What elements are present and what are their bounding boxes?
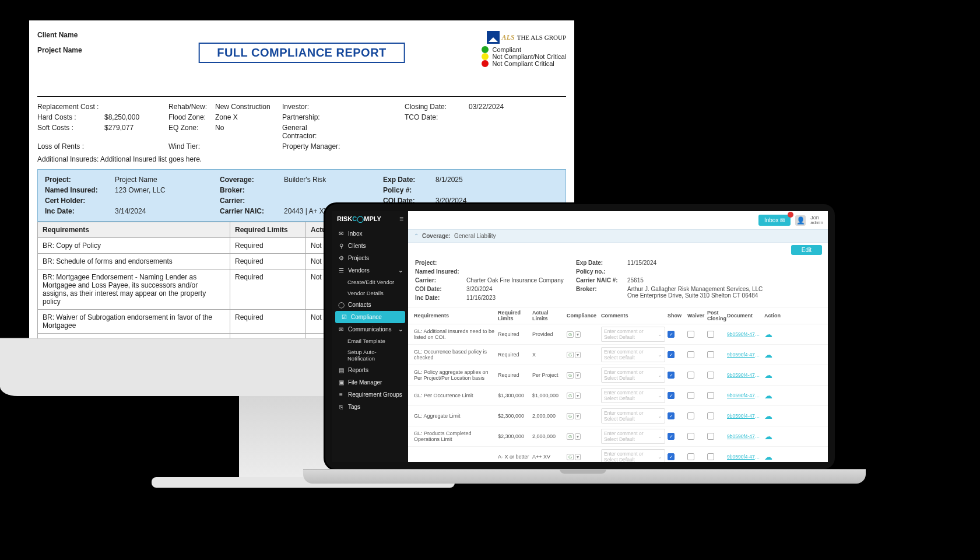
hamburger-icon[interactable]: ≡ <box>399 215 403 223</box>
investor-value <box>340 103 405 111</box>
sidebar-item-clients[interactable]: ⚲Clients <box>332 240 408 252</box>
inbox-button[interactable]: Inbox ✉ <box>758 215 791 226</box>
report-title: FULL COMPLIANCE REPORT <box>198 43 405 63</box>
cell-req: GL: Policy aggregate applies on Per Proj… <box>414 369 496 381</box>
cell-rlim: $2,300,000 <box>498 413 530 419</box>
waiver-checkbox[interactable] <box>687 351 694 358</box>
upload-icon[interactable]: ☁ <box>764 370 782 380</box>
upload-icon[interactable]: ☁ <box>764 330 782 339</box>
sidebar-sub-email-template[interactable]: Email Template <box>332 335 408 346</box>
sidebar-item-communications[interactable]: ✉Communications⌄ <box>332 323 408 335</box>
sidebar-item-file-manager[interactable]: ▣File Manager <box>332 376 408 388</box>
grid-header: Requirements Required Limits Actual Limi… <box>408 307 828 324</box>
comment-input[interactable]: Enter comment or Select Default⌄ <box>601 429 665 444</box>
sidebar-item-inbox[interactable]: ✉Inbox <box>332 228 408 240</box>
show-checkbox[interactable]: ✓ <box>668 392 675 399</box>
sidebar-item-contacts[interactable]: ◯Contacts <box>332 299 408 311</box>
compliance-pill[interactable]: G▾ <box>567 433 599 440</box>
investor-label: Investor: <box>282 103 340 111</box>
replacement-cost-label: Replacement Cost : <box>37 103 104 111</box>
post-closing-checkbox[interactable] <box>707 453 714 460</box>
sidebar-item-compliance[interactable]: ☑Compliance <box>335 311 405 323</box>
cell-rlim: Required <box>498 331 530 337</box>
show-checkbox[interactable]: ✓ <box>668 433 675 440</box>
comment-input[interactable]: Enter comment or Select Default⌄ <box>601 449 665 462</box>
show-checkbox[interactable]: ✓ <box>668 351 675 358</box>
bb-policy-v <box>435 186 505 194</box>
avatar-icon[interactable]: 👤 <box>795 215 806 226</box>
document-link[interactable]: 9b0590f4-475e-49e5- <box>727 352 762 358</box>
comment-input[interactable]: Enter comment or Select Default⌄ <box>601 368 665 383</box>
soft-costs-label: Soft Costs : <box>37 124 104 140</box>
sidebar-sub-auto-notification[interactable]: Setup Auto-Notification <box>332 346 408 364</box>
sidebar-item-reports[interactable]: ▤Reports <box>332 364 408 376</box>
post-closing-checkbox[interactable] <box>707 412 714 419</box>
bb-carrier-l: Carrier: <box>220 197 284 205</box>
compliance-pill[interactable]: G▾ <box>567 454 599 460</box>
waiver-checkbox[interactable] <box>687 433 694 440</box>
cell-lim: Required <box>230 254 306 270</box>
sidebar-item-req-groups[interactable]: ≡Requirement Groups <box>332 388 408 401</box>
upload-icon[interactable]: ☁ <box>764 411 782 421</box>
show-checkbox[interactable]: ✓ <box>668 331 675 338</box>
show-checkbox[interactable]: ✓ <box>668 453 675 460</box>
upload-icon[interactable]: ☁ <box>764 452 782 461</box>
post-closing-checkbox[interactable] <box>707 351 714 358</box>
waiver-checkbox[interactable] <box>687 372 694 379</box>
document-link[interactable]: 9b0590f4-475e-49e5- <box>727 331 762 337</box>
m-named-insured-v <box>466 268 571 275</box>
cell-alim: 2,000,000 <box>532 413 564 419</box>
comment-input[interactable]: Enter comment or Select Default⌄ <box>601 388 665 403</box>
upload-icon[interactable]: ☁ <box>764 432 782 441</box>
waiver-checkbox[interactable] <box>687 392 694 399</box>
wind-tier-value <box>215 142 282 150</box>
sidebar-item-projects[interactable]: ⚙Projects <box>332 252 408 264</box>
breadcrumb: ⌃ Coverage: General Liability <box>408 229 828 243</box>
m-carrier-naic-v: 25615 <box>627 277 767 284</box>
compliance-pill[interactable]: G▾ <box>567 413 599 419</box>
comment-input[interactable]: Enter comment or Select Default⌄ <box>601 408 665 424</box>
grid-row: GL: Aggregate Limit$2,300,0002,000,000G▾… <box>408 406 828 426</box>
post-closing-checkbox[interactable] <box>707 433 714 440</box>
post-closing-checkbox[interactable] <box>707 392 714 399</box>
m-carrier-l: Carrier: <box>415 277 462 284</box>
show-checkbox[interactable]: ✓ <box>668 412 675 419</box>
sidebar-sub-vendor-details[interactable]: Vendor Details <box>332 288 408 299</box>
compliance-pill[interactable]: G▾ <box>567 331 599 338</box>
comment-input[interactable]: Enter comment or Select Default⌄ <box>601 327 665 342</box>
edit-button[interactable]: Edit <box>791 245 822 255</box>
hard-costs-label: Hard Costs : <box>37 113 104 121</box>
waiver-checkbox[interactable] <box>687 412 694 419</box>
sidebar-item-label: Reports <box>348 367 368 373</box>
client-name-label: Client Name <box>37 31 82 39</box>
upload-icon[interactable]: ☁ <box>764 350 782 359</box>
bb-broker-v <box>284 186 383 194</box>
project-name-label: Project Name <box>37 46 82 54</box>
bb-cert-holder-v <box>115 197 220 205</box>
document-link[interactable]: 9b0590f4-475e-49e5- <box>727 433 762 439</box>
communications-icon: ✉ <box>338 326 345 332</box>
document-link[interactable]: 9b0590f4-475e-49e5- <box>727 413 762 419</box>
bb-named-insured-l: Named Insured: <box>45 186 115 194</box>
document-link[interactable]: 9b0590f4-475e-49e5- <box>727 372 762 378</box>
comment-input[interactable]: Enter comment or Select Default⌄ <box>601 347 665 362</box>
post-closing-checkbox[interactable] <box>707 372 714 379</box>
inbox-icon: ✉ <box>338 230 345 237</box>
waiver-checkbox[interactable] <box>687 453 694 460</box>
sidebar-item-tags[interactable]: ⎘Tags <box>332 401 408 413</box>
sidebar-item-vendors[interactable]: ☰Vendors⌄ <box>332 264 408 276</box>
sidebar-sub-create-vendor[interactable]: Create/Edit Vendor <box>332 276 408 288</box>
waiver-checkbox[interactable] <box>687 331 694 338</box>
document-link[interactable]: 9b0590f4-475e-49e5- <box>727 393 762 398</box>
upload-icon[interactable]: ☁ <box>764 391 782 400</box>
compliance-pill[interactable]: G▾ <box>567 393 599 399</box>
compliance-pill[interactable]: G▾ <box>567 372 599 379</box>
document-link[interactable]: 9b0590f4-475e-49e5- <box>727 454 762 460</box>
chevron-up-icon[interactable]: ⌃ <box>414 233 419 239</box>
h-document: Document <box>727 313 762 318</box>
post-closing-checkbox[interactable] <box>707 331 714 338</box>
compliance-pill[interactable]: G▾ <box>567 352 599 358</box>
m-project-v <box>466 260 571 266</box>
show-checkbox[interactable]: ✓ <box>668 372 675 379</box>
req-groups-icon: ≡ <box>338 391 345 398</box>
